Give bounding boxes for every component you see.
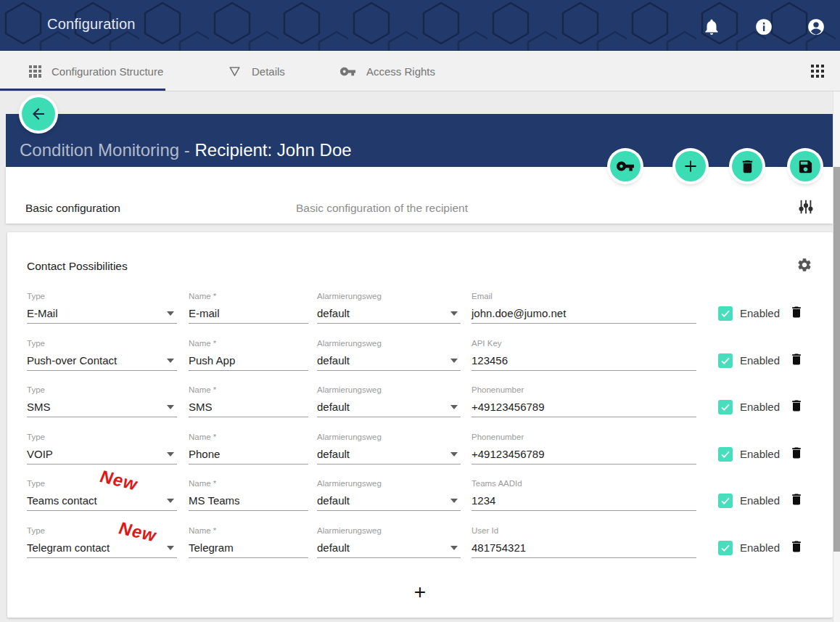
- chevron-down-icon[interactable]: [167, 546, 174, 550]
- contact-detail-label: Phonenumber: [472, 385, 524, 394]
- type-select[interactable]: Type Telegram contact: [27, 526, 177, 558]
- alarm-route-select[interactable]: Alarmierungsweg default: [317, 526, 461, 558]
- name-input[interactable]: Name * SMS: [189, 385, 308, 417]
- alarm-route-label: Alarmierungsweg: [317, 385, 382, 394]
- tab-access-rights[interactable]: Access Rights: [339, 51, 435, 91]
- bell-icon[interactable]: [702, 17, 721, 36]
- gear-icon[interactable]: [796, 257, 812, 273]
- alarm-route-label: Alarmierungsweg: [317, 526, 382, 535]
- chevron-down-icon[interactable]: [167, 452, 174, 457]
- name-input[interactable]: Name * Push App: [189, 339, 308, 371]
- type-value: Telegram contact: [27, 541, 110, 554]
- info-icon[interactable]: [754, 17, 773, 36]
- save-button[interactable]: [790, 151, 820, 181]
- contact-detail-input[interactable]: User Id 481754321: [472, 526, 696, 558]
- name-input[interactable]: Name * E-mail: [189, 292, 308, 324]
- tab-label: Access Rights: [366, 65, 435, 78]
- contact-row: Type SMS Name * SMS Alarmierungsweg defa…: [7, 382, 833, 430]
- type-label: Type: [27, 339, 45, 348]
- name-input[interactable]: Name * MS Teams: [189, 479, 308, 511]
- delete-row-button[interactable]: [789, 351, 804, 367]
- trash-icon: [739, 158, 756, 175]
- scrollbar-thumb[interactable]: [833, 167, 840, 552]
- delete-row-button[interactable]: [789, 445, 804, 461]
- contact-detail-value: 1234: [472, 494, 495, 507]
- name-value: Push App: [189, 354, 235, 367]
- type-value: E-Mail: [27, 307, 58, 319]
- type-select[interactable]: Type VOIP: [27, 433, 177, 465]
- arrow-left-icon: [30, 105, 47, 123]
- type-select[interactable]: Type SMS: [27, 385, 177, 417]
- name-value: E-mail: [189, 307, 220, 319]
- banner-title: Condition Monitoring - Recipient: John D…: [20, 140, 352, 160]
- delete-row-button[interactable]: [789, 539, 804, 555]
- account-icon[interactable]: [807, 17, 825, 36]
- chevron-down-icon[interactable]: [450, 546, 458, 550]
- chevron-down-icon[interactable]: [450, 499, 458, 503]
- delete-row-button[interactable]: [789, 304, 804, 320]
- contact-row: Type VOIP Name * Phone Alarmierungsweg d…: [7, 430, 833, 477]
- tab-configuration-structure[interactable]: Configuration Structure: [29, 51, 163, 91]
- funnel-icon: [228, 65, 242, 78]
- add-contact-button[interactable]: +: [408, 581, 432, 604]
- type-select[interactable]: Type Push-over Contact: [27, 339, 177, 371]
- alarm-route-select[interactable]: Alarmierungsweg default: [317, 292, 461, 324]
- contact-detail-label: Teams AADId: [472, 479, 522, 488]
- enabled-checkbox[interactable]: [718, 353, 733, 368]
- type-label: Type: [27, 479, 45, 488]
- delete-button[interactable]: [732, 151, 762, 181]
- tune-icon[interactable]: [798, 199, 814, 215]
- type-value: VOIP: [27, 448, 53, 460]
- chevron-down-icon[interactable]: [450, 359, 458, 363]
- check-icon: [720, 542, 731, 554]
- enabled-checkbox[interactable]: [718, 494, 733, 508]
- chevron-down-icon[interactable]: [167, 359, 174, 363]
- apps-grid-icon[interactable]: [811, 65, 824, 78]
- back-button[interactable]: [22, 97, 55, 131]
- contact-detail-input[interactable]: API Key 123456: [472, 339, 696, 371]
- page-scrollbar[interactable]: [833, 91, 840, 622]
- chevron-down-icon[interactable]: [450, 452, 458, 457]
- alarm-route-label: Alarmierungsweg: [317, 479, 382, 488]
- contact-detail-input[interactable]: Email john.doe@jumo.net: [472, 292, 696, 324]
- chevron-down-icon[interactable]: [450, 405, 458, 409]
- trash-icon: [789, 539, 804, 555]
- alarm-route-select[interactable]: Alarmierungsweg default: [317, 479, 461, 511]
- delete-row-button[interactable]: [789, 491, 804, 507]
- add-button[interactable]: [675, 151, 706, 181]
- enabled-label: Enabled: [740, 307, 780, 319]
- contact-detail-input[interactable]: Teams AADId 1234: [472, 479, 696, 511]
- card-title: Contact Possibilities: [27, 260, 128, 273]
- alarm-route-select[interactable]: Alarmierungsweg default: [317, 339, 461, 371]
- name-value: Phone: [189, 448, 220, 460]
- type-select[interactable]: Type E-Mail: [27, 292, 177, 324]
- chevron-down-icon[interactable]: [450, 311, 458, 316]
- name-input[interactable]: Name * Telegram: [189, 526, 308, 558]
- alarm-route-select[interactable]: Alarmierungsweg default: [317, 433, 461, 465]
- chevron-down-icon[interactable]: [167, 405, 174, 409]
- enabled-checkbox[interactable]: [718, 400, 733, 414]
- enabled-checkbox[interactable]: [718, 447, 733, 462]
- name-input[interactable]: Name * Phone: [189, 433, 308, 465]
- name-label: Name *: [189, 385, 216, 394]
- enabled-checkbox[interactable]: [718, 306, 733, 321]
- delete-row-button[interactable]: [789, 398, 804, 414]
- tab-details[interactable]: Details: [228, 51, 285, 91]
- chevron-down-icon[interactable]: [167, 311, 174, 316]
- chevron-down-icon[interactable]: [167, 499, 174, 503]
- alarm-route-select[interactable]: Alarmierungsweg default: [317, 385, 461, 417]
- contact-row: Type Push-over Contact Name * Push App A…: [7, 336, 833, 383]
- grid-icon: [29, 65, 41, 78]
- contact-detail-value: 123456: [472, 354, 508, 367]
- trash-icon: [789, 445, 804, 461]
- trash-icon: [789, 351, 804, 367]
- contact-detail-value: 481754321: [472, 541, 526, 554]
- enabled-checkbox[interactable]: [718, 541, 733, 555]
- check-icon: [720, 308, 731, 319]
- section-subtitle: Basic configuration of the recipient: [296, 202, 468, 215]
- type-select[interactable]: Type Teams contact: [27, 479, 177, 511]
- contact-detail-input[interactable]: Phonenumber +49123456789: [472, 433, 696, 465]
- access-rights-button[interactable]: [610, 151, 641, 181]
- contact-detail-input[interactable]: Phonenumber +49123456789: [472, 385, 696, 417]
- enabled-label: Enabled: [740, 541, 780, 554]
